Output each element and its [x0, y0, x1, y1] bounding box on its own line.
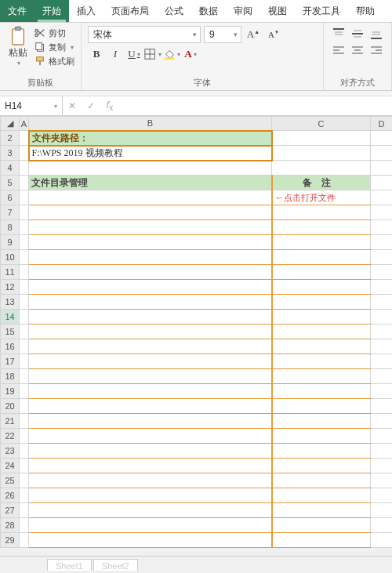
cell[interactable] [371, 488, 393, 503]
tab-page-layout[interactable]: 页面布局 [103, 0, 157, 22]
notes-hint-cell[interactable]: ←点击打开文件 [272, 190, 371, 205]
row-header[interactable]: 8 [1, 220, 20, 235]
cell[interactable] [272, 429, 371, 444]
row-header[interactable]: 29 [1, 533, 20, 548]
bold-button[interactable]: B [88, 46, 105, 62]
paste-button[interactable]: 粘贴 ▾ [6, 26, 30, 67]
cell[interactable] [20, 503, 29, 518]
row-header[interactable]: 27 [1, 503, 20, 518]
row-header[interactable]: 3 [1, 146, 20, 161]
select-all-corner[interactable]: ◢ [1, 117, 20, 131]
row-header[interactable]: 12 [1, 280, 20, 295]
cell[interactable] [20, 339, 29, 354]
cell[interactable] [272, 473, 371, 488]
cell[interactable] [371, 310, 393, 325]
cell[interactable] [272, 518, 371, 533]
cell[interactable] [371, 250, 393, 265]
cell[interactable] [371, 399, 393, 414]
italic-button[interactable]: I [107, 46, 124, 62]
cell[interactable] [20, 205, 29, 220]
cell[interactable] [20, 131, 29, 146]
row-header[interactable]: 17 [1, 354, 20, 369]
cell[interactable] [371, 429, 393, 444]
spreadsheet-grid[interactable]: ◢ A B C D 2文件夹路径：3F:\WPS 2019 视频教程45文件目录… [0, 116, 392, 548]
cell[interactable] [272, 235, 371, 250]
cut-button[interactable]: 剪切 [34, 26, 74, 40]
cell[interactable] [20, 220, 29, 235]
increase-font-button[interactable]: A▲ [245, 27, 262, 42]
fill-color-button[interactable]: ▾ [163, 46, 180, 62]
cell[interactable] [272, 444, 371, 459]
underline-button[interactable]: U▾ [125, 46, 143, 62]
tab-help[interactable]: 帮助 [348, 0, 383, 22]
formula-input[interactable] [119, 96, 392, 115]
cell[interactable] [272, 339, 371, 354]
cell[interactable] [29, 265, 272, 280]
cancel-formula-button[interactable]: ✕ [63, 100, 82, 111]
align-left-button[interactable] [330, 43, 347, 59]
cell[interactable] [371, 459, 393, 473]
cell[interactable] [371, 205, 393, 220]
cell[interactable] [29, 339, 272, 354]
cell[interactable] [272, 533, 371, 548]
cell[interactable] [371, 414, 393, 429]
cell[interactable] [20, 399, 29, 414]
cell[interactable] [20, 265, 29, 280]
cell[interactable] [272, 459, 371, 473]
cell[interactable] [20, 146, 29, 161]
tab-formula[interactable]: 公式 [157, 0, 191, 22]
cell[interactable] [371, 503, 393, 518]
cell[interactable] [272, 325, 371, 339]
cell[interactable] [29, 533, 272, 548]
cell[interactable] [20, 384, 29, 399]
column-header[interactable]: C [272, 117, 371, 131]
cell[interactable] [272, 310, 371, 325]
row-header[interactable]: 6 [1, 190, 20, 205]
cell[interactable] [371, 354, 393, 369]
fx-button[interactable]: fx [100, 100, 119, 112]
row-header[interactable]: 24 [1, 459, 20, 473]
cell[interactable] [371, 518, 393, 533]
align-top-button[interactable] [330, 26, 347, 42]
column-header[interactable]: B [29, 117, 272, 131]
cell[interactable] [371, 444, 393, 459]
row-header[interactable]: 14 [1, 310, 20, 325]
cell[interactable] [20, 325, 29, 339]
row-header[interactable]: 13 [1, 295, 20, 310]
cell[interactable] [272, 354, 371, 369]
row-header[interactable]: 15 [1, 325, 20, 339]
cell[interactable] [29, 503, 272, 518]
cell[interactable] [371, 369, 393, 384]
row-header[interactable]: 4 [1, 161, 20, 176]
row-header[interactable]: 5 [1, 176, 20, 190]
cell[interactable] [371, 280, 393, 295]
cell[interactable] [29, 250, 272, 265]
confirm-formula-button[interactable]: ✓ [82, 100, 100, 111]
cell[interactable] [20, 161, 29, 176]
row-header[interactable]: 2 [1, 131, 20, 146]
row-header[interactable]: 19 [1, 384, 20, 399]
row-header[interactable]: 7 [1, 205, 20, 220]
cell[interactable] [29, 488, 272, 503]
cell[interactable] [371, 190, 393, 205]
cell[interactable] [29, 161, 272, 176]
cell[interactable] [29, 518, 272, 533]
cell[interactable] [272, 220, 371, 235]
cell[interactable] [20, 488, 29, 503]
cell[interactable] [29, 235, 272, 250]
cell[interactable] [20, 533, 29, 548]
cell[interactable] [371, 533, 393, 548]
row-header[interactable]: 23 [1, 444, 20, 459]
column-header[interactable]: A [20, 117, 29, 131]
cell[interactable] [20, 250, 29, 265]
cell[interactable] [371, 325, 393, 339]
format-painter-button[interactable]: 格式刷 [34, 54, 74, 68]
list-header-cell[interactable]: 文件目录管理 [29, 176, 272, 190]
font-color-button[interactable]: A ▾ [182, 46, 199, 62]
tab-insert[interactable]: 插入 [69, 0, 103, 22]
cell[interactable] [272, 399, 371, 414]
cell[interactable] [20, 414, 29, 429]
cell[interactable] [272, 146, 371, 161]
cell[interactable] [20, 235, 29, 250]
row-header[interactable]: 9 [1, 235, 20, 250]
